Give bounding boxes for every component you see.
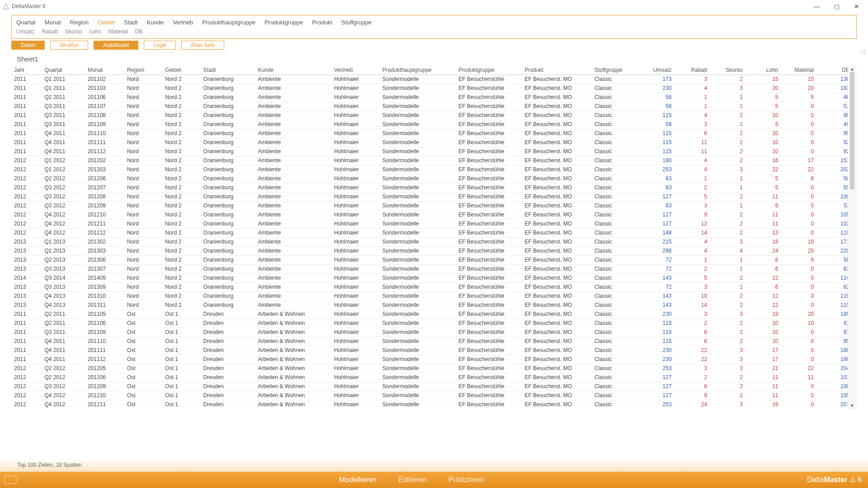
table-row[interactable]: 2012Q4 2012201212NordNord 2OranienburgAm… (11, 228, 848, 237)
scroll-up-icon[interactable]: ▲ (850, 66, 854, 71)
vertical-scrollbar[interactable]: ▲ ▼ (848, 66, 857, 409)
column-header[interactable]: Jahr (11, 66, 42, 75)
footer-nav-editieren[interactable]: Editieren (398, 476, 427, 484)
table-row[interactable]: 2011Q4 2011201112NordNord 2OranienburgAm… (11, 147, 848, 156)
scroll-down-icon[interactable]: ▼ (850, 403, 854, 408)
table-row[interactable]: 2013Q1 2013201302NordNord 2OranienburgAm… (11, 237, 848, 246)
cell: 15 (781, 75, 817, 84)
table-row[interactable]: 2013Q3 2013201309NordNord 2OranienburgAm… (11, 282, 848, 291)
column-header[interactable]: Vertrieb (331, 66, 380, 75)
footer-nav-modellieren[interactable]: Modellieren (339, 476, 377, 484)
table-row[interactable]: 2011Q4 2011201111OstOst 1DresdenArbeiten… (11, 346, 848, 355)
table-row[interactable]: 2013Q1 2013201303NordNord 2OranienburgAm… (11, 246, 848, 255)
tab-logik[interactable]: Logik (144, 41, 176, 50)
column-header[interactable]: Produkthauptgruppe (380, 66, 456, 75)
table-row[interactable]: 2012Q4 2012201210OstOst 1DresdenArbeiten… (11, 391, 848, 400)
table-row[interactable]: 2012Q3 2012201208NordNord 2OranienburgAm… (11, 192, 848, 201)
column-header[interactable]: Quartal (42, 66, 85, 75)
ribbon-dimension-kunde[interactable]: Kunde (147, 19, 164, 26)
table-row[interactable]: 2011Q2 2011201106NordNord 2OranienburgAm… (11, 93, 848, 102)
ribbon-dimension-quartal[interactable]: Quartal (16, 19, 36, 26)
cell: EF Besucherstühle (456, 102, 522, 111)
column-header[interactable]: Gebiet (162, 66, 200, 75)
cell: 201108 (85, 111, 124, 120)
footer-nav-publizieren[interactable]: Publizieren (448, 476, 484, 484)
table-row[interactable]: 2011Q4 2011201110OstOst 1DresdenArbeiten… (11, 337, 848, 346)
table-row[interactable]: 2012Q4 2012201211OstOst 1DresdenArbeiten… (11, 400, 848, 409)
table-row[interactable]: 2012Q2 2012201206OstOst 1DresdenArbeiten… (11, 373, 848, 382)
column-header[interactable]: Skonto (710, 66, 745, 75)
ribbon-dimension-stadt[interactable]: Stadt (124, 19, 137, 26)
ribbon-dimension-produkt[interactable]: Produkt (312, 19, 332, 26)
ribbon-measure-lohn[interactable]: Lohn (89, 28, 101, 35)
table-row[interactable]: 2013Q3 2013201307NordNord 2OranienburgAm… (11, 264, 848, 273)
table-row[interactable]: 2014Q3 2014201409NordNord 2OranienburgAm… (11, 273, 848, 282)
table-row[interactable]: 2012Q4 2012201210NordNord 2OranienburgAm… (11, 210, 848, 219)
minimize-button[interactable]: — (811, 2, 822, 11)
column-header[interactable]: Material (781, 66, 817, 75)
column-header[interactable]: Monat (85, 66, 124, 75)
table-row[interactable]: 2011Q4 2011201110NordNord 2OranienburgAm… (11, 129, 848, 138)
table-row[interactable]: 2011Q1 2011201102NordNord 2OranienburgAm… (11, 75, 848, 84)
cell: Hohlmaier (331, 355, 380, 364)
maximize-button[interactable]: ▢ (831, 2, 842, 11)
ribbon-measure-material[interactable]: Material (108, 28, 128, 35)
column-header[interactable]: Produktgruppe (456, 66, 522, 75)
ribbon-dimension-produkthauptgruppe[interactable]: Produkthauptgruppe (202, 19, 255, 26)
ribbon-dimension-gebiet[interactable]: Gebiet (98, 19, 115, 26)
cell: Classic (592, 319, 639, 328)
column-header[interactable]: Region (124, 66, 162, 75)
tab-struktur[interactable]: Struktur (50, 41, 88, 50)
ribbon-dimension-monat[interactable]: Monat (45, 19, 61, 26)
column-header[interactable]: Kunde (255, 66, 331, 75)
ribbon-dimension-vertrieb[interactable]: Vertrieb (173, 19, 193, 26)
cell: 19 (781, 237, 817, 246)
table-row[interactable]: 2013Q2 2013201306NordNord 2OranienburgAm… (11, 255, 848, 264)
ribbon-measure-rabatt[interactable]: Rabatt (42, 28, 58, 35)
column-header[interactable]: Umsatz (639, 66, 675, 75)
table-row[interactable]: 2011Q2 2011201105OstOst 1DresdenArbeiten… (11, 310, 848, 319)
ribbon-measure-db[interactable]: DB (135, 28, 143, 35)
column-header[interactable]: Rabatt (675, 66, 710, 75)
column-header[interactable]: Stoffgruppe (592, 66, 639, 75)
close-button[interactable]: ✕ (851, 2, 862, 11)
titlebar: DeltaMaster 6 — ▢ ✕ (0, 0, 868, 13)
table-row[interactable]: 2012Q3 2012201209NordNord 2OranienburgAm… (11, 201, 848, 210)
table-row[interactable]: 2013Q4 2013201310NordNord 2OranienburgAm… (11, 291, 848, 300)
cell: Classic (592, 391, 639, 400)
column-header[interactable]: Produkt (522, 66, 592, 75)
cell: 10 (745, 328, 781, 337)
table-row[interactable]: 2011Q4 2011201112OstOst 1DresdenArbeiten… (11, 355, 848, 364)
table-row[interactable]: 2011Q3 2011201108NordNord 2OranienburgAm… (11, 111, 848, 120)
tab-automodel[interactable]: AutoModel (94, 41, 138, 50)
ribbon-measure-umsatz[interactable]: Umsatz (16, 28, 35, 35)
table-row[interactable]: 2012Q1 2012201203NordNord 2OranienburgAm… (11, 165, 848, 174)
tab-alias-sets[interactable]: Alias Sets (181, 41, 224, 50)
data-table[interactable]: JahrQuartalMonatRegionGebietStadtKundeVe… (11, 66, 848, 409)
expand-right-icon[interactable]: ◁ (860, 48, 865, 55)
table-row[interactable]: 2012Q2 2012201205OstOst 1DresdenArbeiten… (11, 364, 848, 373)
column-header[interactable]: Stadt (201, 66, 255, 75)
table-row[interactable]: 2013Q4 2013201311NordNord 2OranienburgAm… (11, 300, 848, 310)
cell: 253 (639, 400, 675, 409)
ribbon-dimension-stoffgruppe[interactable]: Stoffgruppe (341, 19, 372, 26)
table-row[interactable]: 2012Q4 2012201211NordNord 2OranienburgAm… (11, 219, 848, 228)
ribbon-measure-[interactable]: . . . (150, 28, 157, 35)
scroll-thumb[interactable] (850, 72, 854, 189)
table-row[interactable]: 2012Q3 2012201209OstOst 1DresdenArbeiten… (11, 382, 848, 391)
table-row[interactable]: 2011Q2 2011201106OstOst 1DresdenArbeiten… (11, 319, 848, 328)
column-header[interactable]: DB (816, 66, 848, 75)
table-row[interactable]: 2012Q2 2012201206NordNord 2OranienburgAm… (11, 174, 848, 183)
table-row[interactable]: 2011Q3 2011201107NordNord 2OranienburgAm… (11, 102, 848, 111)
tab-daten[interactable]: Daten (11, 41, 45, 50)
ribbon-dimension-region[interactable]: Region (70, 19, 89, 26)
table-row[interactable]: 2011Q3 2011201109OstOst 1DresdenArbeiten… (11, 328, 848, 337)
table-row[interactable]: 2011Q1 2011201103NordNord 2OranienburgAm… (11, 84, 848, 93)
ribbon-dimension-produktgruppe[interactable]: Produktgruppe (264, 19, 303, 26)
column-header[interactable]: Lohn (745, 66, 781, 75)
table-row[interactable]: 2012Q1 2012201202NordNord 2OranienburgAm… (11, 156, 848, 165)
table-row[interactable]: 2011Q3 2011201109NordNord 2OranienburgAm… (11, 120, 848, 129)
table-row[interactable]: 2011Q4 2011201111NordNord 2OranienburgAm… (11, 138, 848, 147)
table-row[interactable]: 2012Q3 2012201207NordNord 2OranienburgAm… (11, 183, 848, 192)
ribbon-measure-skonto[interactable]: Skonto (65, 28, 82, 35)
